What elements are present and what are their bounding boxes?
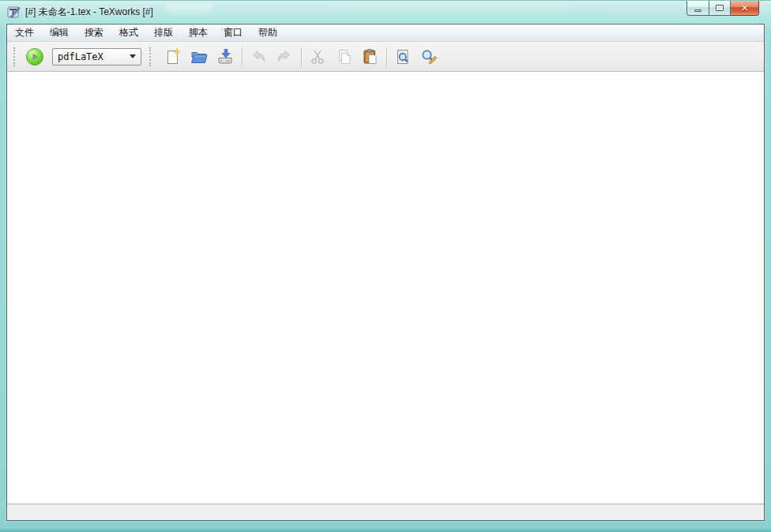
menu-item-typeset[interactable]: 排版 — [146, 24, 181, 41]
typeset-button[interactable] — [24, 47, 45, 67]
close-icon: ✕ — [741, 4, 748, 13]
redo-icon — [275, 47, 294, 66]
menu-item-format[interactable]: 格式 — [111, 24, 146, 41]
find-icon — [393, 47, 412, 66]
window-controls: ✕ — [686, 1, 759, 16]
window-frame-bottom-edge — [0, 528, 771, 532]
typeset-format-value: pdfLaTeX — [58, 51, 126, 62]
close-button[interactable]: ✕ — [731, 1, 759, 16]
texworks-logo-icon — [7, 6, 21, 19]
save-button[interactable] — [214, 46, 236, 68]
minimize-button[interactable] — [686, 1, 709, 16]
status-bar — [7, 504, 764, 520]
toolbar-separator — [386, 47, 387, 66]
editor-area[interactable] — [7, 72, 764, 504]
new-document-icon — [164, 47, 182, 66]
redo-button[interactable] — [273, 46, 295, 68]
typeset-format-dropdown[interactable]: pdfLaTeX — [52, 48, 141, 66]
new-document-button[interactable] — [162, 46, 184, 68]
menu-item-file[interactable]: 文件 — [7, 24, 42, 41]
toolbar-drag-handle[interactable] — [13, 47, 17, 66]
replace-icon — [419, 47, 438, 66]
toolbar-separator — [242, 47, 243, 66]
window-title: [#] 未命名-1.tex - TeXworks [#] — [25, 6, 153, 19]
client-area: 文件 编辑 搜索 格式 排版 脚本 窗口 帮助 — [6, 24, 765, 521]
menu-item-edit[interactable]: 编辑 — [42, 24, 77, 41]
typeset-play-icon — [24, 47, 45, 67]
minimize-icon — [694, 9, 701, 12]
copy-button[interactable] — [333, 46, 355, 68]
chevron-down-icon — [130, 54, 136, 58]
paste-button[interactable] — [359, 46, 381, 68]
texworks-window: [#] 未命名-1.tex - TeXworks [#] ✕ 文件 编辑 搜索 … — [0, 0, 771, 532]
cut-button[interactable] — [307, 46, 329, 68]
undo-icon — [249, 47, 268, 66]
menu-item-window[interactable]: 窗口 — [216, 24, 250, 41]
toolbar-drag-handle[interactable] — [149, 47, 152, 66]
save-icon — [216, 47, 235, 66]
toolbar: pdfLaTeX — [7, 42, 764, 72]
menu-item-help[interactable]: 帮助 — [250, 24, 285, 41]
open-document-button[interactable] — [188, 46, 210, 68]
open-folder-icon — [190, 47, 209, 66]
copy-icon — [334, 47, 353, 66]
title-bar[interactable]: [#] 未命名-1.tex - TeXworks [#] ✕ — [0, 1, 771, 24]
maximize-icon — [716, 5, 724, 11]
find-button[interactable] — [392, 46, 414, 68]
maximize-button[interactable] — [709, 1, 731, 16]
toolbar-separator — [301, 47, 302, 66]
undo-button[interactable] — [247, 46, 269, 68]
menu-item-script[interactable]: 脚本 — [181, 24, 216, 41]
cut-icon — [308, 47, 327, 66]
replace-button[interactable] — [418, 46, 440, 68]
menu-item-search[interactable]: 搜索 — [77, 24, 111, 41]
paste-icon — [360, 47, 379, 66]
menu-bar: 文件 编辑 搜索 格式 排版 脚本 窗口 帮助 — [7, 24, 764, 42]
